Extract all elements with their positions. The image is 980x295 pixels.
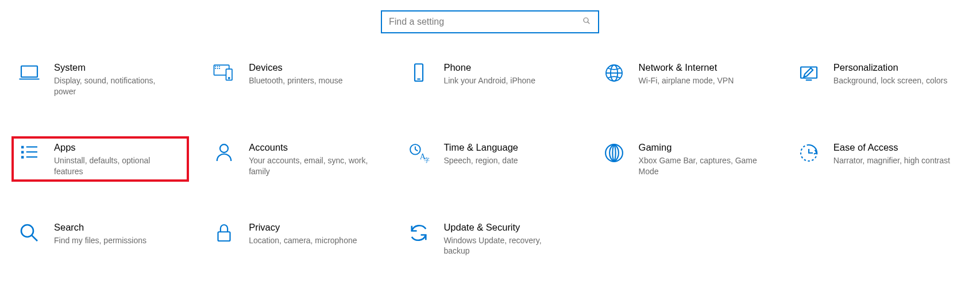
update-icon bbox=[407, 221, 431, 245]
tile-text: PrivacyLocation, camera, microphone bbox=[249, 221, 357, 246]
tile-description: Location, camera, microphone bbox=[249, 235, 357, 246]
laptop-icon bbox=[17, 61, 41, 85]
search-icon bbox=[17, 221, 41, 245]
tile-text: DevicesBluetooth, printers, mouse bbox=[249, 61, 342, 86]
settings-tile-network-internet[interactable]: Network & InternetWi-Fi, airplane mode, … bbox=[596, 56, 774, 102]
settings-tile-ease-of-access[interactable]: Ease of AccessNarrator, magnifier, high … bbox=[791, 136, 969, 182]
search-container bbox=[0, 0, 980, 56]
devices-icon bbox=[212, 61, 236, 85]
tile-text: SearchFind my files, permissions bbox=[54, 221, 146, 246]
search-icon bbox=[582, 16, 591, 28]
tile-description: Background, lock screen, colors bbox=[834, 75, 947, 86]
tile-title: Gaming bbox=[639, 142, 759, 153]
svg-rect-10 bbox=[215, 68, 216, 69]
settings-tile-phone[interactable]: PhoneLink your Android, iPhone bbox=[401, 56, 578, 102]
tile-text: AppsUninstall, defaults, optional featur… bbox=[54, 141, 175, 177]
svg-rect-12 bbox=[219, 68, 220, 69]
phone-icon bbox=[407, 61, 431, 85]
svg-rect-7 bbox=[215, 66, 216, 67]
svg-point-33 bbox=[21, 225, 33, 237]
tile-description: Xbox Game Bar, captures, Game Mode bbox=[639, 155, 759, 177]
tile-text: SystemDisplay, sound, notifications, pow… bbox=[54, 61, 175, 97]
svg-line-1 bbox=[588, 22, 589, 24]
settings-tile-search[interactable]: SearchFind my files, permissions bbox=[11, 216, 189, 262]
tile-title: Devices bbox=[249, 62, 342, 73]
tile-text: Update & SecurityWindows Update, recover… bbox=[443, 221, 564, 257]
settings-tile-privacy[interactable]: PrivacyLocation, camera, microphone bbox=[206, 216, 384, 262]
svg-rect-35 bbox=[218, 232, 230, 241]
tile-title: System bbox=[54, 62, 175, 73]
tile-title: Personalization bbox=[834, 62, 947, 73]
globe-icon bbox=[602, 61, 626, 85]
svg-rect-21 bbox=[21, 151, 24, 153]
tile-description: Bluetooth, printers, mouse bbox=[249, 75, 342, 86]
settings-tile-time-language[interactable]: A字Time & LanguageSpeech, region, date bbox=[401, 136, 578, 182]
privacy-icon bbox=[212, 221, 236, 245]
settings-tile-personalization[interactable]: PersonalizationBackground, lock screen, … bbox=[791, 56, 969, 102]
tile-text: Ease of AccessNarrator, magnifier, high … bbox=[834, 141, 950, 166]
tile-title: Search bbox=[54, 222, 146, 233]
settings-tile-gaming[interactable]: GamingXbox Game Bar, captures, Game Mode bbox=[596, 136, 774, 182]
gaming-icon bbox=[602, 141, 626, 165]
svg-point-6 bbox=[229, 78, 230, 79]
svg-rect-22 bbox=[21, 156, 24, 158]
tile-title: Privacy bbox=[249, 222, 357, 233]
tile-description: Windows Update, recovery, backup bbox=[443, 235, 564, 257]
tile-title: Apps bbox=[54, 142, 175, 153]
tile-description: Wi-Fi, airplane mode, VPN bbox=[639, 75, 734, 86]
settings-tile-devices[interactable]: DevicesBluetooth, printers, mouse bbox=[206, 56, 384, 102]
tile-description: Speech, region, date bbox=[443, 155, 518, 166]
personalize-icon bbox=[797, 61, 821, 85]
tile-description: Find my files, permissions bbox=[54, 235, 146, 246]
svg-rect-9 bbox=[219, 66, 220, 67]
tile-description: Uninstall, defaults, optional features bbox=[54, 155, 175, 177]
tile-title: Update & Security bbox=[443, 222, 564, 233]
settings-tile-system[interactable]: SystemDisplay, sound, notifications, pow… bbox=[11, 56, 189, 102]
tile-text: GamingXbox Game Bar, captures, Game Mode bbox=[639, 141, 759, 177]
tile-description: Your accounts, email, sync, work, family bbox=[249, 155, 369, 177]
svg-rect-2 bbox=[21, 66, 37, 77]
ease-icon bbox=[797, 141, 821, 165]
tile-title: Accounts bbox=[249, 142, 369, 153]
svg-rect-11 bbox=[217, 68, 218, 69]
svg-line-34 bbox=[32, 235, 37, 241]
tile-text: Network & InternetWi-Fi, airplane mode, … bbox=[639, 61, 734, 86]
svg-rect-20 bbox=[21, 146, 24, 148]
tile-text: PhoneLink your Android, iPhone bbox=[443, 61, 535, 86]
tile-text: AccountsYour accounts, email, sync, work… bbox=[249, 141, 369, 177]
tile-title: Phone bbox=[443, 62, 535, 73]
svg-rect-8 bbox=[217, 66, 218, 67]
svg-point-0 bbox=[584, 18, 588, 22]
time-lang-icon: A字 bbox=[407, 141, 431, 165]
svg-text:字: 字 bbox=[424, 157, 430, 163]
apps-icon bbox=[17, 141, 41, 165]
tile-text: Time & LanguageSpeech, region, date bbox=[443, 141, 518, 166]
svg-line-29 bbox=[415, 150, 418, 151]
tile-text: PersonalizationBackground, lock screen, … bbox=[834, 61, 947, 86]
tile-description: Display, sound, notifications, power bbox=[54, 75, 175, 97]
tile-description: Link your Android, iPhone bbox=[443, 75, 535, 86]
person-icon bbox=[212, 141, 236, 165]
search-input[interactable] bbox=[389, 17, 582, 27]
svg-point-26 bbox=[220, 144, 228, 152]
tile-title: Time & Language bbox=[443, 142, 518, 153]
search-box[interactable] bbox=[381, 10, 599, 33]
tile-title: Network & Internet bbox=[639, 62, 734, 73]
settings-tile-update-security[interactable]: Update & SecurityWindows Update, recover… bbox=[401, 216, 578, 262]
svg-rect-18 bbox=[801, 67, 817, 78]
settings-tile-accounts[interactable]: AccountsYour accounts, email, sync, work… bbox=[206, 136, 384, 182]
settings-tile-apps[interactable]: AppsUninstall, defaults, optional featur… bbox=[11, 136, 189, 182]
tile-description: Narrator, magnifier, high contrast bbox=[834, 155, 950, 166]
settings-grid: SystemDisplay, sound, notifications, pow… bbox=[0, 56, 980, 284]
tile-title: Ease of Access bbox=[834, 142, 950, 153]
